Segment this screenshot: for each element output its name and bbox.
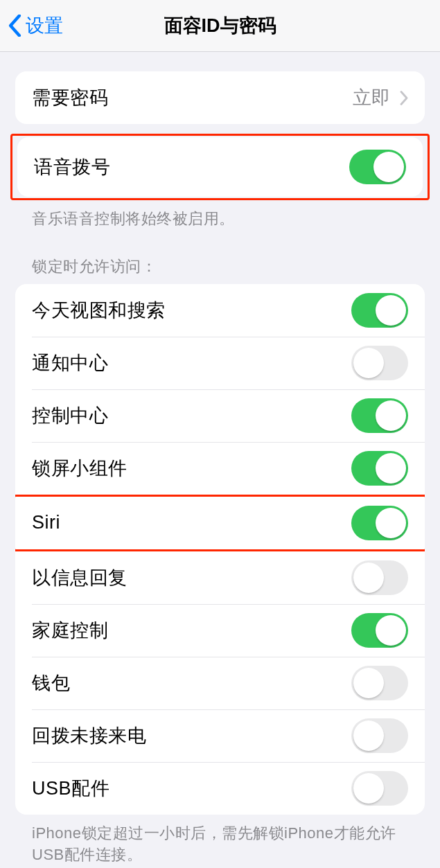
lock-access-label: 回拨未接来电 <box>32 723 146 748</box>
require-passcode-row[interactable]: 需要密码 立即 <box>15 71 425 124</box>
lock-access-toggle-usb-[interactable] <box>351 771 408 806</box>
back-label: 设置 <box>26 13 63 38</box>
voice-dial-footer: 音乐语音控制将始终被启用。 <box>15 200 425 230</box>
lock-access-toggle--[interactable] <box>351 666 408 700</box>
lock-access-footer: iPhone锁定超过一小时后，需先解锁iPhone才能允许USB配件连接。 <box>15 815 425 866</box>
toggle-knob <box>376 615 406 646</box>
toggle-knob <box>376 508 406 538</box>
lock-access-row--: 今天视图和搜索 <box>15 284 425 337</box>
siri-highlight: Siri <box>15 495 425 551</box>
toggle-knob <box>353 563 384 593</box>
toggle-knob <box>373 152 404 182</box>
toggle-knob <box>376 453 406 484</box>
lock-access-row--: 以信息回复 <box>15 551 425 604</box>
lock-access-group: 今天视图和搜索通知中心控制中心锁屏小组件Siri以信息回复家庭控制钱包回拨未接来… <box>15 284 425 815</box>
lock-access-label: USB配件 <box>32 776 109 801</box>
lock-access-toggle--[interactable] <box>351 451 408 486</box>
back-button[interactable]: 设置 <box>0 13 63 38</box>
lock-access-toggle--[interactable] <box>351 718 408 753</box>
voice-dial-group: 语音拨号 <box>17 137 423 197</box>
nav-header: 设置 面容ID与密码 <box>0 0 440 52</box>
toggle-knob <box>353 773 384 804</box>
lock-access-row--: 通知中心 <box>32 337 425 389</box>
require-passcode-label: 需要密码 <box>32 85 108 110</box>
lock-access-header: 锁定时允许访问： <box>15 230 425 284</box>
page-title: 面容ID与密码 <box>164 13 276 38</box>
chevron-right-icon <box>400 91 408 105</box>
require-passcode-group: 需要密码 立即 <box>15 71 425 124</box>
lock-access-toggle--[interactable] <box>351 346 408 380</box>
lock-access-row--: 家庭控制 <box>32 604 425 657</box>
require-passcode-value: 立即 <box>353 85 390 110</box>
voice-dial-label: 语音拨号 <box>34 154 110 179</box>
lock-access-label: Siri <box>32 512 60 533</box>
toggle-knob <box>376 400 406 431</box>
lock-access-label: 控制中心 <box>32 403 108 428</box>
lock-access-row--: 锁屏小组件 <box>32 442 425 495</box>
lock-access-label: 家庭控制 <box>32 618 108 643</box>
toggle-knob <box>353 348 384 378</box>
voice-dial-toggle[interactable] <box>349 150 406 184</box>
lock-access-row-siri: Siri <box>15 497 425 549</box>
lock-access-row-usb-: USB配件 <box>32 762 425 815</box>
lock-access-toggle--[interactable] <box>351 293 408 328</box>
lock-access-label: 今天视图和搜索 <box>32 298 166 323</box>
lock-access-label: 锁屏小组件 <box>32 456 127 481</box>
toggle-knob <box>376 295 406 326</box>
chevron-left-icon <box>8 15 21 37</box>
lock-access-toggle-siri[interactable] <box>351 506 408 540</box>
lock-access-label: 以信息回复 <box>32 565 127 590</box>
lock-access-row--: 控制中心 <box>32 389 425 442</box>
lock-access-row--: 回拨未接来电 <box>32 709 425 762</box>
voice-dial-highlight: 语音拨号 <box>10 134 430 200</box>
toggle-knob <box>353 720 384 751</box>
lock-access-label: 通知中心 <box>32 351 108 375</box>
voice-dial-row: 语音拨号 <box>17 137 423 197</box>
toggle-knob <box>353 668 384 698</box>
lock-access-toggle--[interactable] <box>351 560 408 595</box>
lock-access-row--: 钱包 <box>32 657 425 709</box>
lock-access-label: 钱包 <box>32 671 70 696</box>
lock-access-toggle--[interactable] <box>351 613 408 648</box>
lock-access-toggle--[interactable] <box>351 398 408 433</box>
